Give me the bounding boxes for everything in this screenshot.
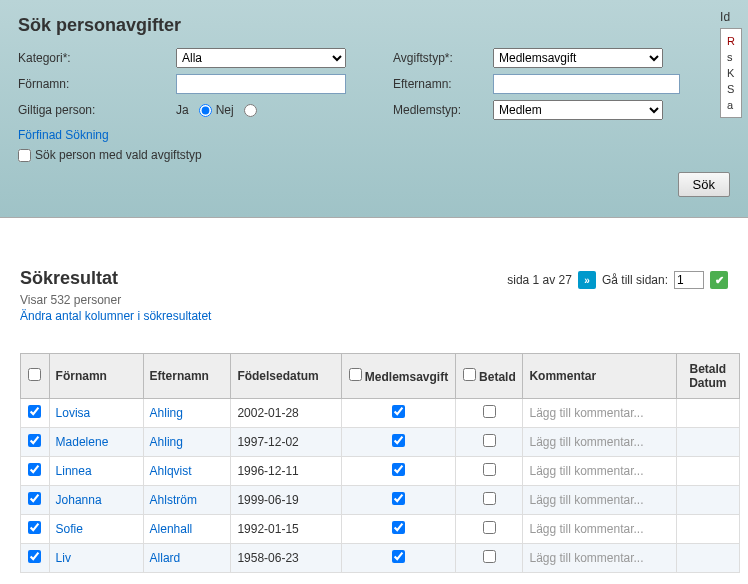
row-medlemsavgift-checkbox[interactable] [392, 434, 405, 447]
row-efternamn-link[interactable]: Alenhall [150, 522, 193, 536]
label-avgiftstyp: Avgiftstyp*: [393, 51, 493, 65]
row-comment[interactable]: Lägg till kommentar... [529, 406, 643, 420]
header-checkbox-select-all[interactable] [28, 368, 41, 381]
table-row: LovisaAhling2002-01-28Lägg till kommenta… [21, 399, 740, 428]
header-checkbox-betald[interactable] [463, 368, 476, 381]
row-comment[interactable]: Lägg till kommentar... [529, 551, 643, 565]
row-betald-datum [676, 544, 739, 573]
label-fornamn: Förnamn: [18, 77, 176, 91]
pager: sida 1 av 27 » Gå till sidan: ✔ [507, 271, 728, 289]
row-medlemsavgift-checkbox[interactable] [392, 550, 405, 563]
row-fodelsedatum: 1996-12-11 [231, 457, 341, 486]
input-fornamn[interactable] [176, 74, 346, 94]
header-fornamn[interactable]: Förnamn [49, 354, 143, 399]
checkbox-sok-med-avgiftstyp[interactable] [18, 149, 31, 162]
row-efternamn-link[interactable]: Ahlqvist [150, 464, 192, 478]
row-fodelsedatum: 1997-12-02 [231, 428, 341, 457]
pager-text: sida 1 av 27 [507, 273, 572, 287]
table-row: JohannaAhlström1999-06-19Lägg till komme… [21, 486, 740, 515]
row-fornamn-link[interactable]: Madelene [56, 435, 109, 449]
row-betald-datum [676, 428, 739, 457]
row-fodelsedatum: 1958-06-23 [231, 544, 341, 573]
pager-go-button[interactable]: ✔ [710, 271, 728, 289]
row-medlemsavgift-checkbox[interactable] [392, 463, 405, 476]
row-betald-datum [676, 399, 739, 428]
id-label: Id [720, 10, 730, 24]
results-count: Visar 532 personer [20, 293, 728, 307]
results-title: Sökresultat [20, 268, 118, 289]
row-betald-checkbox[interactable] [483, 405, 496, 418]
table-row: SofieAlenhall1992-01-15Lägg till komment… [21, 515, 740, 544]
header-medlemsavgift[interactable]: Medlemsavgift [341, 354, 455, 399]
row-comment[interactable]: Lägg till kommentar... [529, 522, 643, 536]
row-efternamn-link[interactable]: Allard [150, 551, 181, 565]
results-panel: Sökresultat sida 1 av 27 » Gå till sidan… [0, 258, 748, 573]
label-kategori: Kategori*: [18, 51, 176, 65]
row-medlemsavgift-checkbox[interactable] [392, 492, 405, 505]
row-comment[interactable]: Lägg till kommentar... [529, 464, 643, 478]
select-medlemstyp[interactable]: Medlem [493, 100, 663, 120]
header-fodelsedatum[interactable]: Födelsedatum [231, 354, 341, 399]
header-betald-datum[interactable]: Betald Datum [676, 354, 739, 399]
row-fornamn-link[interactable]: Sofie [56, 522, 83, 536]
row-checkbox[interactable] [28, 550, 41, 563]
search-title: Sök personavgifter [18, 15, 730, 36]
header-efternamn[interactable]: Efternamn [143, 354, 231, 399]
row-fodelsedatum: 2002-01-28 [231, 399, 341, 428]
row-comment[interactable]: Lägg till kommentar... [529, 493, 643, 507]
row-efternamn-link[interactable]: Ahlström [150, 493, 197, 507]
id-box: R s K S a [720, 28, 742, 118]
label-ja: Ja [176, 103, 189, 117]
row-betald-checkbox[interactable] [483, 492, 496, 505]
link-refined-search[interactable]: Förfinad Sökning [18, 128, 109, 142]
row-medlemsavgift-checkbox[interactable] [392, 405, 405, 418]
row-fodelsedatum: 1999-06-19 [231, 486, 341, 515]
label-efternamn: Efternamn: [393, 77, 493, 91]
row-betald-datum [676, 515, 739, 544]
row-fornamn-link[interactable]: Lovisa [56, 406, 91, 420]
search-panel: Sök personavgifter Kategori*: Alla Avgif… [0, 0, 748, 218]
pager-goto-label: Gå till sidan: [602, 273, 668, 287]
row-checkbox[interactable] [28, 405, 41, 418]
radio-ja[interactable] [199, 104, 212, 117]
row-efternamn-link[interactable]: Ahling [150, 435, 183, 449]
label-giltiga: Giltiga person: [18, 103, 176, 117]
row-fornamn-link[interactable]: Liv [56, 551, 71, 565]
table-row: LinneaAhlqvist1996-12-11Lägg till kommen… [21, 457, 740, 486]
radio-group-giltiga: Ja Nej [176, 103, 257, 117]
row-checkbox[interactable] [28, 521, 41, 534]
row-checkbox[interactable] [28, 434, 41, 447]
row-fodelsedatum: 1992-01-15 [231, 515, 341, 544]
row-checkbox[interactable] [28, 463, 41, 476]
row-betald-datum [676, 486, 739, 515]
row-efternamn-link[interactable]: Ahling [150, 406, 183, 420]
row-betald-checkbox[interactable] [483, 463, 496, 476]
header-kommentar[interactable]: Kommentar [523, 354, 676, 399]
row-medlemsavgift-checkbox[interactable] [392, 521, 405, 534]
select-avgiftstyp[interactable]: Medlemsavgift [493, 48, 663, 68]
search-button[interactable]: Sök [678, 172, 730, 197]
row-betald-checkbox[interactable] [483, 434, 496, 447]
table-row: LivAllard1958-06-23Lägg till kommentar..… [21, 544, 740, 573]
label-medlemstyp: Medlemstyp: [393, 103, 493, 117]
row-fornamn-link[interactable]: Johanna [56, 493, 102, 507]
row-betald-datum [676, 457, 739, 486]
row-betald-checkbox[interactable] [483, 521, 496, 534]
select-kategori[interactable]: Alla [176, 48, 346, 68]
pager-next-button[interactable]: » [578, 271, 596, 289]
label-nej: Nej [216, 103, 234, 117]
row-betald-checkbox[interactable] [483, 550, 496, 563]
row-comment[interactable]: Lägg till kommentar... [529, 435, 643, 449]
radio-nej[interactable] [244, 104, 257, 117]
link-change-columns[interactable]: Ändra antal kolumner i sökresultatet [20, 309, 211, 323]
pager-goto-input[interactable] [674, 271, 704, 289]
label-sok-med-avgiftstyp: Sök person med vald avgiftstyp [35, 148, 202, 162]
row-checkbox[interactable] [28, 492, 41, 505]
row-fornamn-link[interactable]: Linnea [56, 464, 92, 478]
id-sidebar: Id R s K S a [720, 10, 742, 118]
table-row: MadeleneAhling1997-12-02Lägg till kommen… [21, 428, 740, 457]
input-efternamn[interactable] [493, 74, 680, 94]
header-checkbox-medlemsavgift[interactable] [349, 368, 362, 381]
results-table: Förnamn Efternamn Födelsedatum Medlemsav… [20, 353, 740, 573]
header-betald[interactable]: Betald [456, 354, 523, 399]
